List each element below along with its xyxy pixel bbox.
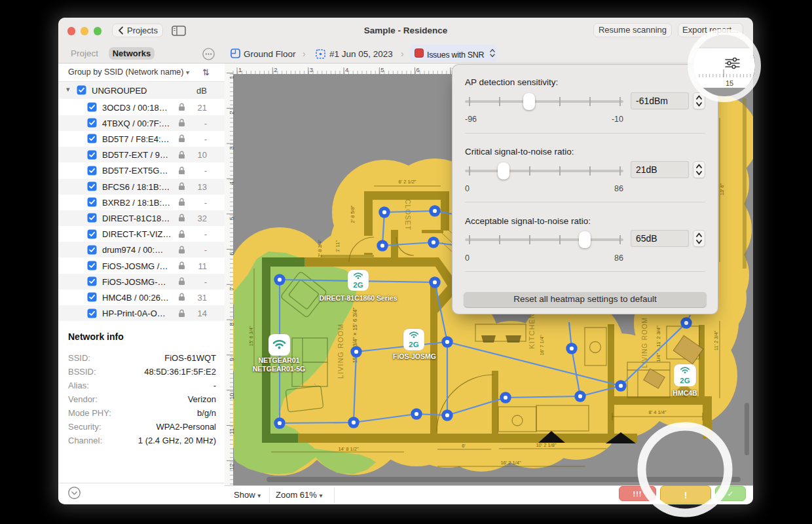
svg-text:6' 2 1/2": 6' 2 1/2": [398, 179, 416, 185]
svg-text:16' 7 1/4": 16' 7 1/4": [539, 335, 545, 356]
svg-text:2: 2: [274, 66, 277, 73]
svg-text:15' 6 3/4": 15' 6 3/4": [248, 326, 254, 346]
svg-text:DIRECT-81C1860 Series: DIRECT-81C1860 Series: [319, 294, 397, 302]
svg-text:6: 6: [228, 252, 235, 255]
svg-text:10: 10: [228, 393, 235, 400]
svg-text:1' 11": 1' 11": [335, 240, 341, 252]
svg-text:2G: 2G: [353, 281, 363, 289]
svg-text:1/4" × 11' 2 3/4": 1/4" × 11' 2 3/4": [655, 326, 661, 362]
svg-text:16' 2 1/4": 16' 2 1/4": [500, 460, 521, 466]
svg-text:7: 7: [228, 287, 235, 290]
svg-text:11: 11: [228, 428, 235, 435]
svg-text:NETGEAR01-5G: NETGEAR01-5G: [253, 365, 306, 373]
svg-text:6': 6': [462, 443, 466, 449]
svg-text:CLOSET: CLOSET: [404, 199, 412, 231]
svg-text:3: 3: [310, 66, 313, 73]
svg-text:15: 15: [726, 79, 733, 87]
svg-text:1: 1: [238, 66, 242, 73]
svg-text:LIVING ROOM: LIVING ROOM: [337, 324, 344, 379]
svg-text:6: 6: [416, 66, 420, 73]
svg-text:KITCHEN: KITCHEN: [528, 312, 536, 348]
svg-text:2: 2: [228, 111, 235, 114]
svg-text:NETGEAR01: NETGEAR01: [258, 356, 299, 364]
svg-text:4: 4: [345, 66, 348, 73]
svg-text:2' 8 3/4": 2' 8 3/4": [317, 239, 323, 257]
svg-text:9: 9: [228, 358, 235, 361]
svg-text:2' 8 5/8": 2' 8 5/8": [350, 205, 356, 223]
svg-text:4: 4: [228, 181, 235, 185]
svg-text:11' 2 3/4": 11' 2 3/4": [713, 330, 719, 350]
svg-text:14' 8 1/2": 14' 8 1/2": [338, 446, 359, 452]
svg-text:12: 12: [228, 463, 235, 470]
svg-text:1: 1: [228, 76, 235, 79]
svg-text:3: 3: [228, 146, 235, 149]
svg-text:10' 2 1/8": 10' 2 1/8": [536, 442, 557, 448]
svg-text:5: 5: [380, 66, 384, 73]
svg-text:2G: 2G: [409, 341, 418, 348]
svg-text:FiOS-JOSMG: FiOS-JOSMG: [393, 352, 436, 360]
svg-text:8: 8: [228, 322, 235, 326]
svg-text:5: 5: [228, 217, 235, 220]
svg-text:2G: 2G: [680, 377, 690, 384]
svg-text:HMC4B: HMC4B: [673, 389, 697, 397]
